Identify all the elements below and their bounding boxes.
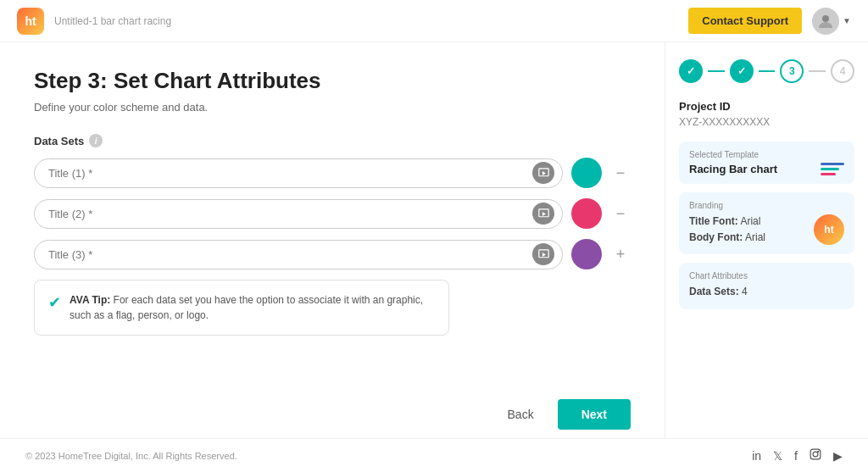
info-icon[interactable]: i <box>89 134 103 147</box>
step-connector-1 <box>708 70 725 72</box>
branding-card: Branding Title Font: Arial Body Font: Ar… <box>679 192 854 254</box>
svg-marker-4 <box>542 212 545 216</box>
step-1-indicator: ✓ <box>679 59 703 83</box>
dataset-color-3[interactable] <box>571 239 602 269</box>
dataset-media-btn-1[interactable] <box>532 162 554 184</box>
project-id-value: XYZ-XXXXXXXXXX <box>679 116 854 128</box>
header-right: Contact Support ▼ <box>688 8 851 35</box>
contact-support-button[interactable]: Contact Support <box>688 8 802 34</box>
svg-point-8 <box>813 452 818 457</box>
body-container: Step 3: Set Chart Attributes Define your… <box>0 42 868 438</box>
header-left: ht Untitled-1 bar chart racing <box>17 8 171 35</box>
chart-attributes-card: Chart Attributes Data Sets: 4 <box>679 263 854 308</box>
branding-header: Branding <box>689 201 844 210</box>
step-title: Step 3: Set Chart Attributes <box>34 68 631 94</box>
dataset-input-wrapper-2 <box>34 199 563 229</box>
template-bar-3 <box>821 173 836 175</box>
project-id-label: Project ID <box>679 100 854 113</box>
dataset-media-btn-2[interactable] <box>532 203 554 225</box>
footer-socials: in 𝕏 f ▶ <box>752 448 843 463</box>
linkedin-icon[interactable]: in <box>752 449 761 463</box>
left-content-area: Step 3: Set Chart Attributes Define your… <box>0 42 665 438</box>
step-connector-2 <box>759 70 776 72</box>
dataset-remove-btn-1[interactable]: − <box>610 164 631 182</box>
branding-title-font: Title Font: Arial <box>689 214 765 230</box>
tip-text: AVA Tip: For each data set you have the … <box>70 292 435 323</box>
selected-template-value: Racing Bar chart <box>689 163 777 175</box>
dataset-input-2[interactable] <box>34 199 563 229</box>
dataset-remove-btn-2[interactable]: − <box>610 205 631 223</box>
dataset-color-2[interactable] <box>571 198 602 229</box>
footer: © 2023 HomeTree Digital, Inc. All Rights… <box>0 438 868 472</box>
nav-buttons: Back Next <box>0 391 665 438</box>
chart-attributes-header: Chart Attributes <box>689 271 844 280</box>
dataset-input-1[interactable] <box>34 158 563 188</box>
user-avatar[interactable] <box>812 8 839 35</box>
step-subtitle: Define your color scheme and data. <box>34 101 631 114</box>
instagram-icon[interactable] <box>810 448 821 463</box>
svg-rect-7 <box>810 449 821 459</box>
branding-body: Title Font: Arial Body Font: Arial ht <box>689 214 844 246</box>
selected-template-card: Selected Template Racing Bar chart <box>679 142 854 184</box>
tip-check-icon: ✔ <box>48 293 61 312</box>
step-2-indicator: ✓ <box>730 59 754 83</box>
step-3-indicator: 3 <box>780 59 804 83</box>
right-sidebar: ✓ ✓ 3 4 Project ID XYZ-XXXXXXXXXX Select… <box>665 42 868 438</box>
project-id-section: Project ID XYZ-XXXXXXXXXX <box>679 100 854 128</box>
step-4-indicator: 4 <box>831 59 854 83</box>
facebook-icon[interactable]: f <box>794 449 798 463</box>
branding-details: Title Font: Arial Body Font: Arial <box>689 214 765 246</box>
svg-marker-2 <box>542 171 545 175</box>
dataset-add-btn[interactable]: + <box>610 246 631 264</box>
selected-template-header: Selected Template <box>689 150 844 159</box>
tip-box: ✔ AVA Tip: For each data set you have th… <box>34 280 449 336</box>
dataset-color-1[interactable] <box>571 158 602 188</box>
svg-marker-6 <box>542 253 545 257</box>
brand-logo: ht <box>814 214 844 245</box>
dataset-row-2: − <box>34 198 631 229</box>
step-connector-3 <box>809 70 826 72</box>
user-menu[interactable]: ▼ <box>812 8 851 35</box>
next-button[interactable]: Next <box>558 399 631 430</box>
dataset-input-3[interactable] <box>34 240 563 269</box>
template-bar-1 <box>821 163 844 165</box>
twitter-icon[interactable]: 𝕏 <box>773 449 782 463</box>
svg-point-0 <box>822 15 829 22</box>
youtube-icon[interactable]: ▶ <box>833 449 843 463</box>
chevron-down-icon: ▼ <box>843 16 851 25</box>
dataset-row-1: − <box>34 158 631 188</box>
footer-copyright: © 2023 HomeTree Digital, Inc. All Rights… <box>25 451 237 461</box>
template-preview-icon <box>821 163 844 175</box>
steps-indicator: ✓ ✓ 3 4 <box>679 59 854 83</box>
branding-body-font: Body Font: Arial <box>689 230 765 246</box>
app-logo: ht <box>17 8 44 35</box>
template-bar-2 <box>821 168 839 170</box>
dataset-row-3: + <box>34 239 631 269</box>
selected-template-body: Racing Bar chart <box>689 163 844 175</box>
breadcrumb: Untitled-1 bar chart racing <box>54 15 171 27</box>
dataset-input-wrapper-3 <box>34 240 563 269</box>
chart-attributes-datasets: Data Sets: 4 <box>689 284 844 300</box>
data-sets-section-label: Data Sets i <box>34 134 631 147</box>
svg-point-9 <box>818 451 819 452</box>
back-button[interactable]: Back <box>494 401 548 428</box>
dataset-input-wrapper-1 <box>34 158 563 188</box>
left-content: Step 3: Set Chart Attributes Define your… <box>0 42 665 391</box>
dataset-media-btn-3[interactable] <box>532 243 554 265</box>
header: ht Untitled-1 bar chart racing Contact S… <box>0 0 868 42</box>
